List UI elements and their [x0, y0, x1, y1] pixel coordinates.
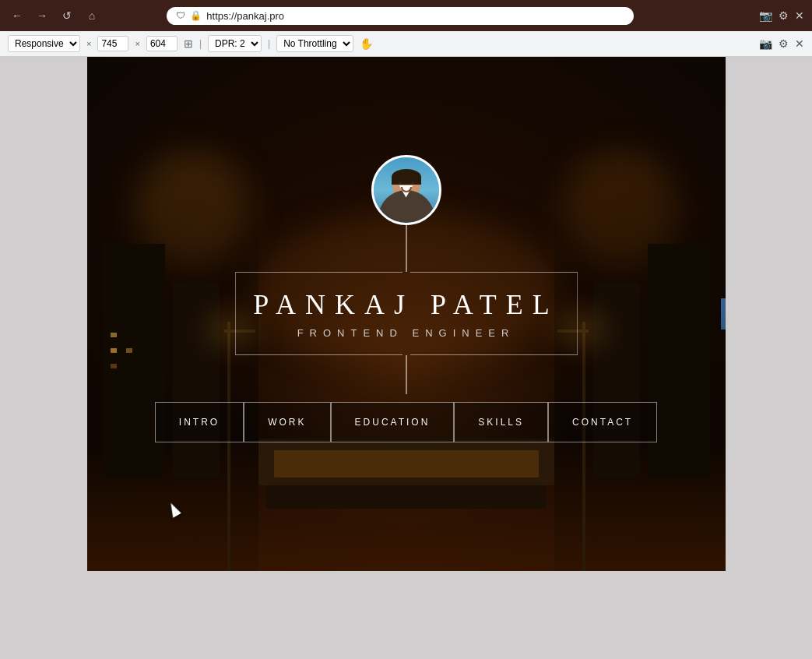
- x-separator: ×: [135, 39, 139, 48]
- nav-work[interactable]: WORK: [244, 402, 330, 442]
- devtools-toolbar: Responsive × × ⊞ | DPR: 2 | No Throttlin…: [0, 31, 812, 57]
- browser-chrome: ← → ↺ ⌂ 🛡 🔒 https://pankaj.pro 📷 ⚙ ✕ Res…: [0, 0, 812, 57]
- back-button[interactable]: ←: [8, 6, 26, 25]
- url-text: https://pankaj.pro: [206, 10, 284, 22]
- dpr-select[interactable]: DPR: 2: [208, 35, 262, 52]
- camera-icon[interactable]: 📷: [759, 37, 772, 50]
- nav-contact[interactable]: CONTACT: [548, 402, 657, 442]
- shield-icon: 🛡: [176, 10, 185, 21]
- height-input[interactable]: [146, 36, 178, 51]
- lock-icon: 🔒: [190, 10, 202, 21]
- nav-education[interactable]: EDUCATION: [331, 402, 455, 442]
- avatar: [371, 155, 441, 225]
- touch-icon[interactable]: ✋: [360, 37, 373, 50]
- bar-separator: |: [199, 38, 202, 49]
- forward-button[interactable]: →: [33, 6, 51, 25]
- vertical-line-bottom: [406, 355, 407, 394]
- vertical-line-top: [406, 225, 407, 272]
- nav-buttons: INTRO WORK EDUCATION SKILLS CONTACT: [155, 402, 657, 442]
- address-bar[interactable]: 🛡 🔒 https://pankaj.pro: [167, 7, 634, 25]
- site-background: PANKAJ PATEL FRONTEND ENGINEER INTRO WOR…: [87, 57, 726, 571]
- responsive-select[interactable]: Responsive: [8, 35, 80, 52]
- resize-icon[interactable]: ⊞: [184, 37, 193, 50]
- gear-icon[interactable]: ⚙: [779, 37, 789, 50]
- dimension-separator: ×: [86, 39, 91, 48]
- bar-separator2: |: [268, 38, 270, 49]
- screenshot-icon[interactable]: 📷: [759, 9, 772, 22]
- close-icon[interactable]: ✕: [795, 37, 804, 50]
- main-content: PANKAJ PATEL FRONTEND ENGINEER INTRO WOR…: [87, 155, 726, 442]
- close-devtools-icon[interactable]: ✕: [795, 9, 804, 22]
- throttle-select[interactable]: No Throttling: [276, 35, 353, 52]
- nav-skills[interactable]: SKILLS: [454, 402, 548, 442]
- site-title: FRONTEND ENGINEER: [236, 327, 577, 339]
- viewport: PANKAJ PATEL FRONTEND ENGINEER INTRO WOR…: [87, 57, 726, 571]
- settings-icon[interactable]: ⚙: [779, 9, 789, 22]
- name-section: PANKAJ PATEL FRONTEND ENGINEER: [235, 273, 578, 354]
- home-button[interactable]: ⌂: [83, 6, 101, 25]
- refresh-button[interactable]: ↺: [58, 6, 76, 25]
- site-name: PANKAJ PATEL: [236, 288, 577, 321]
- width-input[interactable]: [97, 36, 128, 51]
- nav-intro[interactable]: INTRO: [155, 402, 244, 442]
